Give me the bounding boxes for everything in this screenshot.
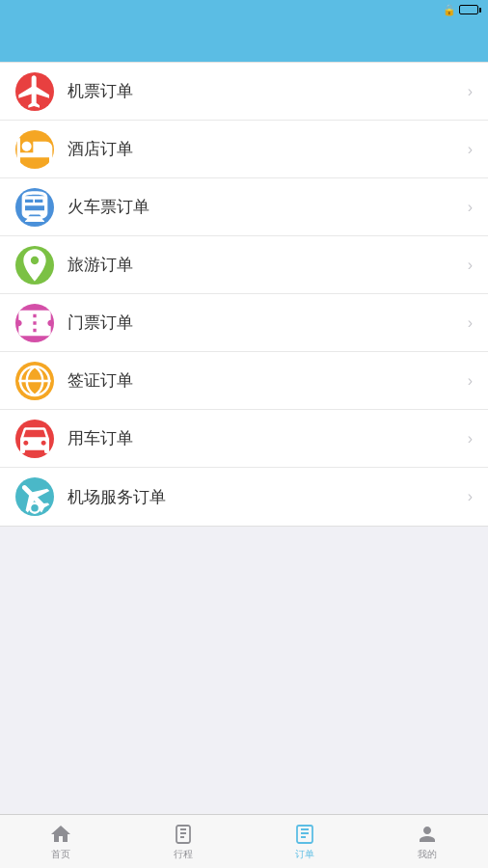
mine-tab-icon	[416, 823, 439, 846]
chevron-icon: ›	[468, 372, 473, 390]
lock-icon: 🔒	[443, 4, 456, 16]
battery-indicator: 🔒	[443, 4, 478, 16]
chevron-icon: ›	[468, 83, 473, 100]
chevron-icon: ›	[468, 430, 473, 448]
tab-orders[interactable]: 订单	[244, 815, 366, 868]
battery-icon	[459, 5, 478, 14]
car-icon	[15, 420, 54, 458]
list-item-ticket[interactable]: 门票订单 ›	[0, 294, 488, 352]
chevron-icon: ›	[468, 257, 473, 274]
list-item-tour[interactable]: 旅游订单 ›	[0, 236, 488, 294]
itinerary-tab-icon	[172, 823, 195, 846]
svg-rect-3	[297, 826, 312, 843]
list-item-train[interactable]: 火车票订单 ›	[0, 178, 488, 236]
orders-tab-label: 订单	[295, 848, 314, 861]
chevron-icon: ›	[468, 488, 473, 505]
flight-label: 机票订单	[68, 80, 468, 102]
list-item-visa[interactable]: 签证订单 ›	[0, 352, 488, 410]
tab-bar: 首页 行程 订单 我的	[0, 814, 488, 868]
ticket-label: 门票订单	[68, 312, 468, 334]
train-icon	[15, 188, 54, 227]
list-item-airport[interactable]: 机场服务订单 ›	[0, 468, 488, 526]
visa-icon	[15, 362, 54, 400]
orders-tab-icon	[293, 823, 316, 846]
ticket-icon	[15, 304, 54, 342]
header	[0, 19, 488, 62]
home-tab-label: 首页	[51, 848, 70, 861]
tab-itinerary[interactable]: 行程	[122, 815, 245, 868]
tab-home[interactable]: 首页	[0, 815, 122, 868]
car-label: 用车订单	[68, 427, 468, 449]
svg-point-1	[30, 503, 40, 513]
itinerary-tab-label: 行程	[174, 848, 193, 861]
hotel-icon	[15, 130, 54, 169]
home-tab-icon	[49, 823, 72, 846]
empty-area	[0, 527, 488, 739]
list-item-hotel[interactable]: 酒店订单 ›	[0, 121, 488, 178]
chevron-icon: ›	[468, 141, 473, 158]
list-item-flight[interactable]: 机票订单 ›	[0, 63, 488, 121]
train-label: 火车票订单	[68, 196, 468, 218]
chevron-icon: ›	[468, 314, 473, 332]
mine-tab-label: 我的	[418, 848, 437, 861]
status-bar: 🔒	[0, 0, 488, 19]
list-item-car[interactable]: 用车订单 ›	[0, 410, 488, 468]
visa-label: 签证订单	[68, 369, 468, 392]
order-list: 机票订单 › 酒店订单 › 火车票订单 › 旅游订单 › 门票订单 › 签证订单…	[0, 62, 488, 527]
tour-icon	[15, 246, 54, 285]
chevron-icon: ›	[468, 199, 473, 216]
flight-icon	[15, 72, 54, 111]
tour-label: 旅游订单	[68, 254, 468, 276]
tab-mine[interactable]: 我的	[366, 815, 489, 868]
airport-icon	[15, 477, 54, 516]
svg-rect-2	[176, 826, 190, 843]
hotel-label: 酒店订单	[68, 138, 468, 160]
airport-label: 机场服务订单	[68, 486, 468, 508]
